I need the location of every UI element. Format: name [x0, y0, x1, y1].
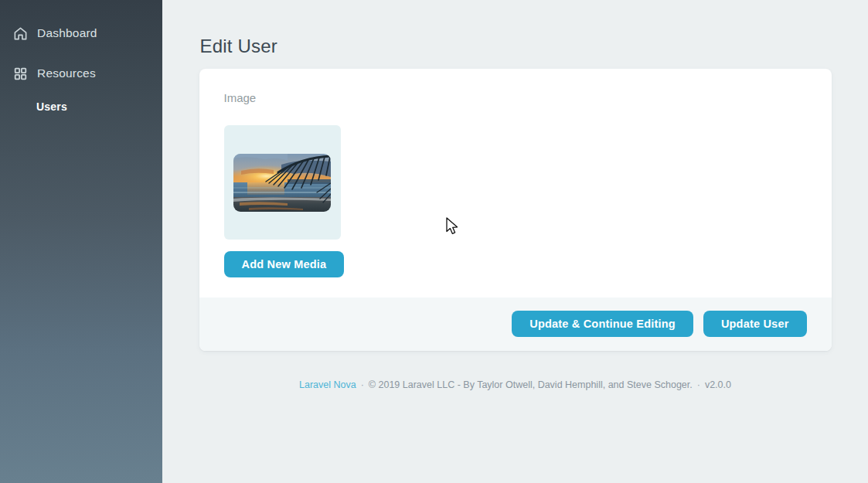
footer-separator: · [361, 379, 364, 390]
add-new-media-button[interactable]: Add New Media [224, 251, 345, 277]
media-preview-box [224, 125, 341, 240]
image-field-label: Image [224, 91, 807, 104]
sidebar-item-resources[interactable]: Resources [0, 60, 162, 87]
card-body: Image [199, 69, 832, 298]
sidebar: Dashboard Resources Users [0, 0, 162, 483]
sidebar-subitem-label: Users [36, 100, 67, 113]
sidebar-item-dashboard[interactable]: Dashboard [0, 20, 162, 46]
main-content: Edit User Image [162, 0, 868, 483]
sidebar-item-label: Dashboard [37, 26, 97, 40]
media-thumbnail-image[interactable] [233, 154, 331, 212]
footer-version: v2.0.0 [705, 379, 731, 390]
page-footer: Laravel Nova·© 2019 Laravel LLC - By Tay… [199, 379, 832, 390]
update-user-button[interactable]: Update User [703, 311, 807, 337]
footer-separator: · [697, 379, 700, 390]
footer-copyright: © 2019 Laravel LLC - By Taylor Otwell, D… [369, 379, 693, 390]
sidebar-item-users[interactable]: Users [0, 98, 162, 115]
edit-user-card: Image [199, 69, 832, 351]
update-continue-editing-button[interactable]: Update & Continue Editing [512, 311, 693, 337]
grid-icon [13, 66, 28, 81]
card-footer: Update & Continue Editing Update User [199, 298, 832, 351]
page-title: Edit User [200, 36, 832, 57]
home-icon [13, 26, 28, 41]
laravel-nova-link[interactable]: Laravel Nova [299, 379, 356, 390]
sidebar-item-label: Resources [37, 66, 96, 80]
